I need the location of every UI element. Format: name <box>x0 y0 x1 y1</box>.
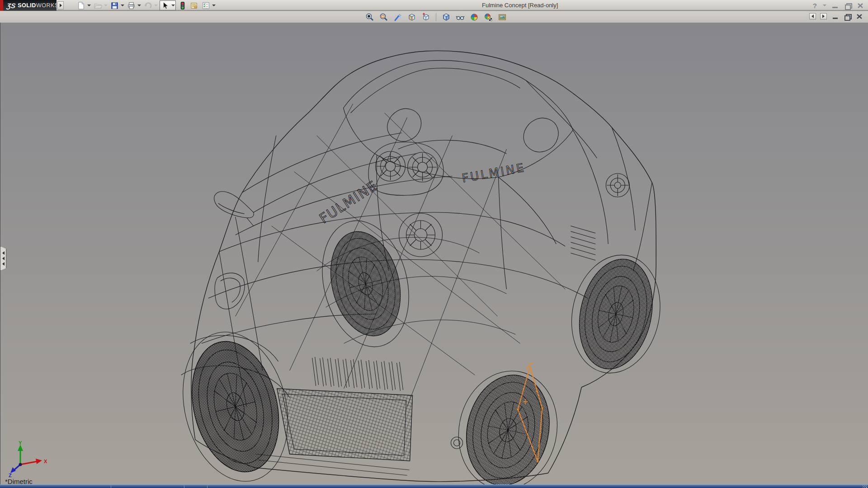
title-bar: ƷS SOLIDWORKS <box>0 0 868 11</box>
brand-stripe <box>0 0 3 11</box>
doc-close-button[interactable] <box>855 13 863 20</box>
zoom-to-area-icon <box>379 13 388 22</box>
zoom-to-fit-icon <box>365 13 374 22</box>
edit-appearance-icon <box>498 13 507 22</box>
feature-manager-collapsed-tab[interactable] <box>0 246 6 271</box>
print-icon <box>127 1 136 10</box>
zoom-to-selection-button[interactable] <box>392 12 403 22</box>
document-window-controls <box>809 13 863 20</box>
help-dropdown[interactable] <box>823 5 826 6</box>
resize-grip[interactable] <box>863 485 867 488</box>
window-title: Fulmine Concept [Read-only] <box>482 2 558 9</box>
doc-minimize-icon <box>833 18 838 19</box>
wireframe-car-model[interactable]: FULMINE FULMINE <box>0 23 868 484</box>
save-icon <box>110 1 119 10</box>
brand-text-bold: SOLID <box>18 2 36 9</box>
close-button[interactable] <box>856 2 864 9</box>
traffic-light-icon <box>178 1 187 10</box>
undo-button[interactable] <box>143 0 158 10</box>
main-toolbar <box>76 0 217 11</box>
pane-back-button[interactable] <box>809 13 816 19</box>
open-document-icon <box>93 1 103 10</box>
toolbar-separator <box>436 13 436 21</box>
collapse-arrow-icon <box>2 251 5 255</box>
edit-appearance-button[interactable] <box>497 12 508 22</box>
status-separator <box>111 485 111 488</box>
reference-triad: Y X Z <box>5 441 55 477</box>
expand-arrow-icon <box>60 4 62 7</box>
restore-icon <box>845 3 851 8</box>
restore-button[interactable] <box>844 2 852 9</box>
open-document-button[interactable] <box>93 0 108 10</box>
print-button[interactable] <box>126 0 142 10</box>
view-orientation-icon <box>421 13 430 22</box>
design-binder-button[interactable] <box>189 0 199 10</box>
new-document-button[interactable] <box>76 0 91 10</box>
triad-z-label: Z <box>9 473 12 477</box>
open-document-dropdown[interactable] <box>104 5 108 6</box>
heads-up-view-toolbar <box>364 12 508 22</box>
pane-back-icon <box>811 14 814 18</box>
save-button[interactable] <box>109 0 125 10</box>
realview-graphics-icon <box>484 13 493 22</box>
view-orientation-button[interactable] <box>420 12 431 22</box>
undo-dropdown[interactable] <box>154 5 158 6</box>
options-list-icon <box>201 1 211 10</box>
wheel-front-left <box>179 332 292 481</box>
hide-show-items-icon <box>456 13 465 22</box>
section-view-icon <box>407 13 416 22</box>
doc-restore-icon <box>844 14 850 19</box>
brand-text-light: WORKS <box>36 2 59 9</box>
hide-show-items-button[interactable] <box>455 12 466 22</box>
traffic-light-button[interactable] <box>177 0 188 10</box>
zoom-to-fit-button[interactable] <box>364 12 375 22</box>
window-controls: ? <box>813 1 864 10</box>
zoom-to-selection-icon <box>393 13 402 22</box>
toolbar-expand-button[interactable] <box>57 1 64 9</box>
undo-icon <box>143 1 153 10</box>
pane-forward-button[interactable] <box>820 13 827 19</box>
solidworks-logo: ƷS SOLIDWORKS <box>3 0 57 11</box>
zoom-to-area-button[interactable] <box>378 12 389 22</box>
options-list-button[interactable] <box>201 0 216 10</box>
help-button[interactable]: ? <box>813 2 817 9</box>
solidworks-window: ƷS SOLIDWORKS <box>0 0 868 488</box>
secondary-bar <box>0 12 868 23</box>
doc-close-icon <box>856 14 863 19</box>
close-icon <box>857 3 863 9</box>
wheel-rear-right <box>570 252 662 376</box>
body-decal-text-2: FULMINE <box>461 160 526 185</box>
collapse-arrow-icon <box>2 257 5 260</box>
section-view-button[interactable] <box>406 12 417 22</box>
realview-graphics-button[interactable] <box>483 12 494 22</box>
options-list-dropdown[interactable] <box>212 5 216 6</box>
new-document-icon <box>76 1 86 10</box>
select-cursor-icon <box>160 1 170 10</box>
status-bar <box>0 484 868 488</box>
select-button[interactable] <box>160 0 176 10</box>
graphics-viewport[interactable]: FULMINE FULMINE <box>0 23 868 484</box>
status-separator <box>184 485 184 488</box>
display-style-icon <box>442 13 451 22</box>
print-dropdown[interactable] <box>137 5 141 6</box>
save-dropdown[interactable] <box>121 5 124 6</box>
minimize-icon <box>832 7 838 8</box>
solidworks-logo-glyph: ƷS <box>6 2 16 9</box>
wheel-rear-left <box>321 224 411 343</box>
apply-scene-button[interactable] <box>469 12 480 22</box>
status-separator <box>207 485 208 488</box>
triad-y-label: Y <box>19 441 22 446</box>
triad-x-label: X <box>44 459 47 464</box>
minimize-button[interactable] <box>831 2 839 9</box>
collapse-arrow-icon <box>2 262 5 266</box>
apply-scene-icon <box>470 13 479 22</box>
select-dropdown[interactable] <box>171 5 175 6</box>
new-document-dropdown[interactable] <box>87 5 91 6</box>
pane-forward-icon <box>822 14 825 18</box>
doc-restore-button[interactable] <box>843 13 851 20</box>
design-binder-icon <box>189 1 199 10</box>
body-decal-text: FULMINE <box>316 178 380 227</box>
doc-minimize-button[interactable] <box>831 13 839 20</box>
display-style-button[interactable] <box>441 12 452 22</box>
